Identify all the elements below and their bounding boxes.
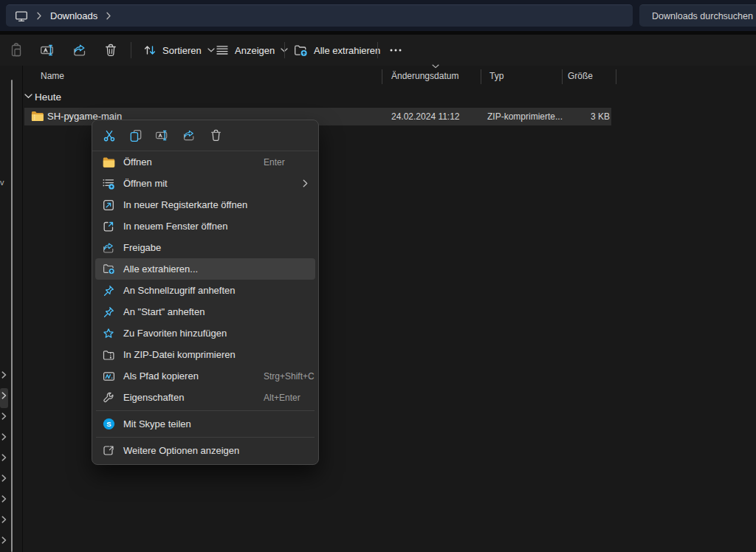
menu-item-weitere-optionen[interactable]: Weitere Optionen anzeigen — [95, 440, 315, 461]
address-bar[interactable]: Downloads — [6, 4, 633, 27]
compress-zip-icon — [102, 350, 115, 360]
menu-item-zip-komprimieren[interactable]: In ZIP-Datei komprimieren — [95, 344, 315, 365]
search-placeholder: Downloads durchsuchen — [652, 11, 753, 21]
column-header-modified[interactable]: Änderungsdatum — [391, 71, 458, 81]
rename-icon — [40, 44, 56, 57]
toolbar-separator — [377, 42, 378, 58]
menu-item-neues-fenster[interactable]: In neuem Fenster öffnen — [95, 215, 315, 237]
quick-actions-row — [92, 120, 318, 151]
extract-label: Alle extrahieren — [314, 45, 380, 56]
submenu-arrow-icon — [303, 179, 308, 187]
copy-button[interactable] — [126, 126, 145, 145]
menu-item-als-pfad-kopieren[interactable]: Als Pfad kopieren Strg+Shift+C — [95, 365, 315, 387]
delete-button[interactable] — [98, 38, 123, 63]
cut-button[interactable] — [100, 126, 119, 145]
paste-button[interactable] — [3, 38, 30, 63]
breadcrumb-downloads[interactable]: Downloads — [50, 10, 97, 21]
file-type: ZIP-komprimierte... — [487, 111, 563, 122]
column-separator[interactable] — [481, 69, 481, 84]
menu-item-alle-extrahieren[interactable]: Alle extrahieren... — [95, 258, 315, 280]
delete-button[interactable] — [206, 126, 225, 145]
rename-button[interactable] — [153, 126, 172, 145]
tree-chevron-icon[interactable] — [1, 475, 7, 482]
scissors-icon — [103, 129, 116, 142]
column-header-type[interactable]: Typ — [489, 71, 504, 81]
menu-item-skype-teilen[interactable]: S Mit Skype teilen — [95, 413, 315, 435]
skype-icon: S — [102, 418, 115, 430]
paste-icon — [9, 43, 24, 58]
menu-item-schnellzugriff-anheften[interactable]: An Schnellzugriff anheften — [95, 280, 315, 301]
share-button[interactable] — [179, 126, 199, 145]
pin-icon — [102, 306, 115, 318]
extract-icon — [102, 263, 115, 275]
tree-chevron-icon[interactable] — [1, 454, 7, 461]
context-menu: Öffnen Enter Öffnen mit In neuer Registe… — [92, 120, 319, 465]
toolbar-separator — [284, 42, 285, 58]
chevron-right-icon[interactable] — [106, 12, 111, 20]
view-icon — [216, 45, 229, 55]
column-header-name[interactable]: Name — [41, 71, 64, 81]
column-header-size[interactable]: Größe — [568, 71, 593, 81]
column-separator[interactable] — [562, 69, 563, 84]
title-address-band: Downloads Downloads durchsuchen — [0, 0, 756, 31]
share-button[interactable] — [66, 38, 93, 63]
wrench-icon — [102, 392, 115, 404]
zip-folder-icon — [31, 111, 44, 122]
file-explorer-window: { "colors": { "accent": "#4cc2ff", "band… — [0, 0, 756, 552]
sort-button[interactable]: Sortieren — [137, 38, 221, 63]
rename-button[interactable] — [34, 38, 62, 63]
chevron-right-icon[interactable] — [36, 12, 42, 20]
column-separator[interactable] — [616, 69, 616, 84]
show-more-options-icon — [102, 445, 115, 456]
view-button[interactable]: Anzeigen — [210, 38, 294, 63]
tree-chevron-icon[interactable] — [1, 392, 7, 399]
menu-item-oeffnen[interactable]: Öffnen Enter — [95, 151, 315, 173]
menu-item-favoriten[interactable]: Zu Favoriten hinzufügen — [95, 322, 315, 344]
menu-item-freigabe[interactable]: Freigabe — [95, 237, 315, 258]
pane-separator — [22, 66, 23, 552]
svg-text:S: S — [106, 420, 111, 428]
extract-all-button[interactable]: Alle extrahieren — [288, 38, 386, 63]
trash-icon — [210, 129, 222, 142]
nav-scrollbar[interactable] — [11, 80, 13, 552]
group-header-heute[interactable]: Heute — [35, 92, 61, 103]
ellipsis-icon — [390, 49, 402, 52]
file-size: 3 KB — [591, 111, 610, 122]
sort-indicator-icon — [432, 64, 439, 69]
menu-item-neue-registerkarte[interactable]: In neuer Registerkarte öffnen — [95, 194, 315, 215]
nav-item-fragment: v — [0, 178, 4, 187]
this-pc-icon[interactable] — [15, 10, 28, 22]
file-modified-date: 24.02.2024 11:12 — [391, 111, 460, 122]
open-in-new-tab-icon — [102, 199, 115, 211]
column-separator[interactable] — [382, 69, 382, 84]
folder-icon — [102, 157, 115, 168]
view-label: Anzeigen — [235, 45, 275, 56]
tree-chevron-icon[interactable] — [1, 433, 7, 441]
star-icon — [102, 328, 115, 339]
search-input[interactable]: Downloads durchsuchen — [639, 4, 756, 27]
sort-label: Sortieren — [162, 45, 202, 56]
menu-item-eigenschaften[interactable]: Eigenschaften Alt+Enter — [95, 387, 315, 408]
menu-item-start-anheften[interactable]: An "Start" anheften — [95, 301, 315, 322]
tree-chevron-icon[interactable] — [1, 537, 7, 544]
trash-icon — [104, 44, 117, 57]
tree-chevron-icon[interactable] — [1, 371, 7, 379]
rename-icon — [155, 129, 170, 142]
open-with-icon — [102, 178, 115, 190]
group-collapse-icon[interactable] — [24, 94, 32, 99]
tree-chevron-icon[interactable] — [1, 495, 7, 503]
toolbar-separator — [131, 42, 131, 58]
menu-separator — [96, 410, 315, 411]
extract-icon — [294, 44, 308, 57]
share-icon — [102, 242, 115, 254]
command-toolbar: Sortieren Anzeigen Alle extrahieren — [0, 35, 756, 66]
menu-item-oeffnen-mit[interactable]: Öffnen mit — [95, 173, 315, 194]
copy-path-icon — [102, 371, 115, 382]
tree-chevron-icon[interactable] — [1, 413, 7, 420]
tree-chevron-icon[interactable] — [1, 516, 7, 523]
more-options-button[interactable] — [384, 38, 408, 63]
copy-icon — [129, 129, 142, 142]
sort-icon — [143, 44, 157, 56]
share-icon — [72, 44, 87, 57]
pin-icon — [102, 285, 115, 297]
